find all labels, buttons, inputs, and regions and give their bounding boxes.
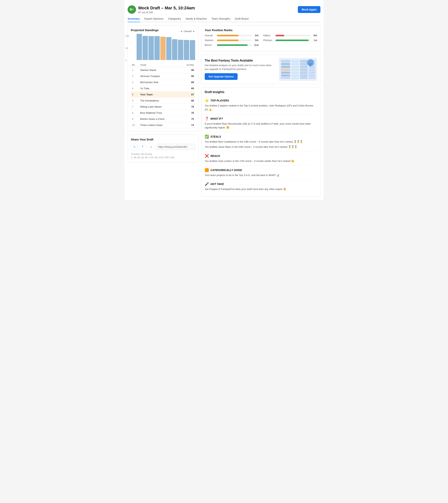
rank-value: 2nd xyxy=(253,44,259,47)
insight-item-hot-take: 🎤 HOT TAKE Joe Pisapia of FantasyPros li… xyxy=(205,180,317,194)
projected-standings-card: Projected Standings ◄ Overall ► 100 50 0 xyxy=(128,25,198,131)
scoring-info: 10 teams, 5x5 Scoring C, 1B, 2B, SS, 3B,… xyxy=(131,153,195,159)
rank-bar-container xyxy=(217,35,252,36)
chart-nav: ◄ Overall ► xyxy=(180,30,195,33)
bar-item-1 xyxy=(137,34,142,60)
bar-item-10 xyxy=(190,40,195,60)
table-row: 2 Stroman Troopers 90 xyxy=(131,73,195,79)
share-icons: 𝕏 f r/ xyxy=(131,143,195,150)
rank-value: 9th xyxy=(312,34,317,37)
insight-header: 🟧 CATEGORICALLY GOOD xyxy=(205,168,317,172)
tab-steals-reaches[interactable]: Steals & Reaches xyxy=(185,15,207,22)
insight-icon-reach: ❌ xyxy=(205,154,209,158)
rank-label: Hitters xyxy=(263,34,274,37)
insight-text: Your team projects to be in the Top 3 in… xyxy=(205,173,317,177)
rank-row-overall: Overall 5th xyxy=(205,34,259,37)
bar-item-3 xyxy=(149,36,154,60)
rank-bar xyxy=(275,35,284,36)
insight-text: You drafted Nick Castellanos in the 18th… xyxy=(205,140,317,144)
draft-insights-card: Draft Insights ⭐ TOP PLAYERS You drafted… xyxy=(201,87,320,197)
chart-nav-left[interactable]: ◄ xyxy=(180,30,183,33)
bar-3 xyxy=(149,36,154,60)
rank-num: 3 xyxy=(131,79,139,85)
facebook-share-button[interactable]: f xyxy=(139,143,146,150)
bar-item-4 xyxy=(154,36,160,60)
upgrade-button[interactable]: See Upgrade Options xyxy=(205,73,238,80)
tab-team-strengths[interactable]: Team Strengths xyxy=(211,15,230,22)
insight-header: ⭐ TOP PLAYERS xyxy=(205,98,317,103)
team-name: McCutchen Sink xyxy=(139,79,180,85)
insight-item-reach: ❌ REACH You drafted Jose Leclerc in the … xyxy=(205,152,317,166)
table-row: 5 Your Team 87 xyxy=(131,92,195,98)
insight-item-top-players: ⭐ TOP PLAYERS You drafted 2 players rank… xyxy=(205,96,317,114)
y-label-0: 0 xyxy=(126,59,129,62)
projected-standings-title: Projected Standings xyxy=(131,29,159,32)
team-score: 75 xyxy=(180,116,195,122)
upgrade-image xyxy=(279,58,317,81)
rank-bar xyxy=(217,40,239,41)
insight-header: ❓ WHAT IF? xyxy=(205,117,317,121)
chart-nav-right[interactable]: ► xyxy=(193,30,195,33)
tab-expert-opinions[interactable]: Expert Opinions xyxy=(144,15,164,22)
bar-1 xyxy=(137,34,142,60)
team-score: 76 xyxy=(180,110,195,116)
upgrade-card: The Best Fantasy Tools Available Get det… xyxy=(201,55,320,84)
tab-draft-board[interactable]: Draft Board xyxy=(235,15,249,22)
draft-title: Mock Draft – Mar 5, 10:24am xyxy=(138,6,195,11)
bar-2 xyxy=(143,36,148,60)
rank-num: 9 xyxy=(131,116,139,122)
insight-text: You drafted 2 players ranked in the Top-… xyxy=(205,104,317,112)
upgrade-title: The Best Fantasy Tools Available xyxy=(205,59,276,62)
insight-category: STEALS xyxy=(210,135,221,138)
team-name: Morton Hears a Choo! xyxy=(139,116,180,122)
insight-icon-top-players: ⭐ xyxy=(205,98,209,103)
bar-item-6 xyxy=(166,37,172,60)
insight-category: CATEGORICALLY GOOD xyxy=(210,169,242,172)
position-ranks-grid: Overall 5th Starters 5th Bench 2nd Hitte… xyxy=(205,34,317,48)
mock-again-button[interactable]: Mock Again xyxy=(298,6,320,13)
bar-7 xyxy=(172,39,177,60)
twitter-share-button[interactable]: 𝕏 xyxy=(131,143,138,150)
table-row: 3 McCutchen Sink 89 xyxy=(131,79,195,85)
page-header: B+ Mock Draft – Mar 5, 10:24am 87 out of… xyxy=(128,3,320,15)
bar-chart xyxy=(137,35,195,62)
table-row: 8 Bour Battered Trout 76 xyxy=(131,110,195,116)
chart-y-labels: 100 50 0 xyxy=(126,35,129,62)
share-url-input[interactable] xyxy=(156,144,195,150)
team-score: 89 xyxy=(180,79,195,85)
table-row: 7 Riding Lawn Mauer 78 xyxy=(131,104,195,110)
standings-table: RK TEAM SCORE 1 Stanton Island 98 2 Stro… xyxy=(131,63,195,128)
team-name: Stanton Island xyxy=(139,67,180,73)
th-team: TEAM xyxy=(139,63,180,67)
table-row: 10 Three Lindors Down 74 xyxy=(131,122,195,128)
team-name: Your Team xyxy=(139,92,180,98)
svg-rect-14 xyxy=(282,72,290,73)
position-ranks-container: Overall 5th Starters 5th Bench 2nd Hitte… xyxy=(205,34,317,48)
team-score: 89 xyxy=(180,85,195,92)
table-row: 1 Stanton Island 98 xyxy=(131,67,195,73)
insight-category: HOT TAKE xyxy=(210,183,224,186)
th-rank: RK xyxy=(131,63,139,67)
insight-category: TOP PLAYERS xyxy=(210,99,229,102)
position-ranks-card: Your Position Ranks Overall 5th Starters… xyxy=(201,25,320,52)
scoring-line2: C, 1B, 2B, SS, 3B, 3 OF, Util, 5 SP, 3 R… xyxy=(131,156,195,159)
rank-value: 5th xyxy=(253,39,259,42)
team-score: 90 xyxy=(180,73,195,79)
insight-header: 🎤 HOT TAKE xyxy=(205,182,317,186)
right-column: Your Position Ranks Overall 5th Starters… xyxy=(201,25,320,197)
upgrade-text: The Best Fantasy Tools Available Get det… xyxy=(205,59,276,80)
svg-rect-15 xyxy=(282,75,290,76)
table-row: 6 The Kemptations 86 xyxy=(131,98,195,104)
tab-categories[interactable]: Categories xyxy=(168,15,181,22)
rank-num: 5 xyxy=(131,92,139,98)
reddit-share-button[interactable]: r/ xyxy=(148,143,155,150)
main-layout: Projected Standings ◄ Overall ► 100 50 0 xyxy=(128,25,320,197)
insight-icon-steals: ✅ xyxy=(205,135,209,139)
bar-6 xyxy=(166,37,172,60)
insight-text-sub: You drafted Javier Baez in the 20th roun… xyxy=(205,145,317,149)
bar-10 xyxy=(190,40,195,60)
bar-item-2 xyxy=(143,36,148,60)
insight-category: REACH xyxy=(210,154,220,157)
rank-row-starters: Starters 5th xyxy=(205,39,259,42)
tab-summary[interactable]: Summary xyxy=(128,15,140,22)
